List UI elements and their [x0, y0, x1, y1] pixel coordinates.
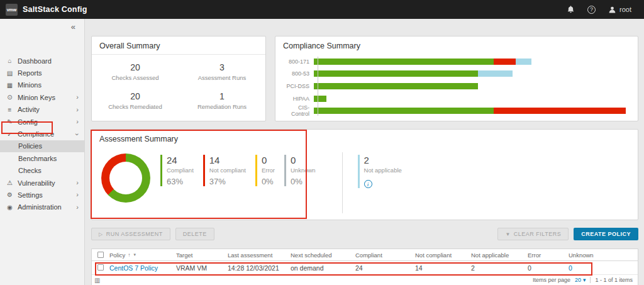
- stat-checks-remediated: 20 Checks Remediated: [92, 91, 179, 110]
- not-compliant-cell: 14: [415, 264, 471, 272]
- run-assessment-button[interactable]: ▷ RUN ASSESSMENT: [91, 228, 170, 240]
- sidebar-collapse-button[interactable]: «: [0, 19, 84, 34]
- pagination-range: 1 - 1 of 1 items: [595, 277, 633, 283]
- card-title: Compliance Summary: [275, 36, 638, 54]
- sidebar-item-checks[interactable]: Checks: [0, 165, 84, 177]
- bar-segment-not-compliant: [494, 59, 516, 65]
- column-label: Not compliant: [415, 252, 452, 259]
- clear-filters-button[interactable]: ▼ CLEAR FILTERS: [497, 228, 569, 240]
- sidebar-nav: ⌂Dashboard▤Reports▦Minions⊙Minion Keys›≡…: [0, 55, 84, 213]
- sidebar-item-benchmarks[interactable]: Benchmarks: [0, 152, 84, 164]
- sidebar-item-label: Benchmarks: [18, 155, 57, 162]
- bar-track: [314, 70, 629, 77]
- bar-row: 800-53: [283, 68, 629, 81]
- delete-button[interactable]: DELETE: [175, 228, 214, 240]
- column-header-not-applicable[interactable]: Not applicable: [471, 252, 528, 259]
- column-header-error[interactable]: Error: [528, 252, 569, 259]
- column-header-next-scheduled[interactable]: Next scheduled: [291, 252, 355, 259]
- vmware-logo: vmw: [6, 4, 18, 16]
- column-filter-icon[interactable]: ▼: [133, 253, 136, 257]
- run-icon: ▷: [99, 232, 103, 237]
- select-all-checkbox[interactable]: [97, 252, 104, 258]
- stat-percent: 0%: [291, 177, 316, 186]
- sidebar-item-label: Config: [18, 118, 38, 126]
- sidebar-item-minions[interactable]: ▦Minions: [0, 79, 84, 91]
- row-select-cell: [92, 264, 109, 272]
- topbar: vmw SaltStack Config ? root: [0, 0, 644, 19]
- sidebar-item-label: Administration: [18, 203, 62, 211]
- stat-assessment-runs: 3 Assessment Runs: [179, 62, 265, 81]
- bar-row: PCI-DSS: [283, 80, 629, 92]
- dashboard-icon: ⌂: [6, 57, 14, 64]
- sidebar-item-compliance[interactable]: ✓Compliance›: [0, 128, 84, 140]
- sidebar-item-dashboard[interactable]: ⌂Dashboard: [0, 55, 84, 67]
- info-icon[interactable]: i: [364, 180, 372, 188]
- sidebar-item-reports[interactable]: ▤Reports: [0, 67, 84, 79]
- bell-icon: [567, 5, 575, 14]
- table-header-row: Policy ↑ ▼ Target Last assessment Next s…: [92, 249, 638, 261]
- card-title: Assessment Summary: [92, 130, 638, 147]
- assessment-stat-compliant: 24Compliant63%: [160, 155, 194, 186]
- compliant-cell: 24: [355, 264, 415, 272]
- sidebar-item-label: Vulnerability: [18, 179, 55, 187]
- sidebar-item-config[interactable]: ✎Config›: [0, 116, 84, 128]
- sort-asc-icon[interactable]: ↑: [128, 252, 130, 258]
- sidebar-item-label: Reports: [18, 69, 42, 77]
- vulnerability-icon: ⚠: [6, 179, 14, 186]
- column-header-last-assessment[interactable]: Last assessment: [228, 252, 291, 259]
- column-label: Policy: [109, 252, 125, 259]
- policy-link[interactable]: CentOS 7 Policy: [109, 264, 176, 272]
- stat-percent: 0%: [262, 177, 275, 186]
- sidebar-item-minion-keys[interactable]: ⊙Minion Keys›: [0, 91, 84, 103]
- activity-icon: ≡: [6, 106, 14, 113]
- bar-track: [314, 83, 629, 89]
- settings-icon: ⚙: [6, 191, 14, 198]
- collapse-icon: «: [71, 22, 75, 31]
- sidebar-item-label: Checks: [18, 167, 42, 174]
- bar-segment-compliant: [314, 83, 478, 89]
- sidebar-item-label: Dashboard: [18, 57, 52, 65]
- assessment-stat-not-compliant: 14Not compliant37%: [203, 155, 246, 186]
- caret-down-icon: ▾: [583, 277, 586, 283]
- stat-label: Error: [262, 167, 275, 174]
- button-label: RUN ASSESSMENT: [106, 231, 163, 237]
- policies-table: Policy ↑ ▼ Target Last assessment Next s…: [91, 249, 638, 285]
- stat-value: 0: [262, 155, 275, 165]
- column-header-target[interactable]: Target: [176, 252, 228, 259]
- column-label: Error: [528, 252, 541, 259]
- row-checkbox[interactable]: [97, 264, 104, 271]
- sidebar-item-policies[interactable]: Policies: [0, 140, 84, 152]
- table-row[interactable]: CentOS 7 Policy VRAM VM 14:28 12/03/2021…: [92, 261, 638, 275]
- notifications-bell-icon[interactable]: [567, 5, 575, 14]
- bar-category-label: HIPAA: [283, 96, 314, 102]
- bar-segment-compliant: [314, 96, 326, 102]
- sidebar-item-settings[interactable]: ⚙Settings›: [0, 189, 84, 201]
- bar-track: [314, 108, 629, 114]
- column-header-unknown[interactable]: Unknown: [569, 252, 638, 259]
- overall-summary-card: Overall Summary 20 Checks Assessed 3 Ass…: [91, 36, 266, 121]
- create-policy-button[interactable]: CREATE POLICY: [574, 228, 638, 240]
- bar-category-label: CIS-Control: [283, 104, 314, 117]
- compliance-bar-chart: 800-171800-53PCI-DSSHIPAACIS-Control: [283, 55, 629, 117]
- unknown-link[interactable]: 0: [569, 264, 638, 272]
- stat-label: Assessment Runs: [179, 74, 265, 81]
- column-picker-icon[interactable]: ▥: [94, 277, 100, 284]
- assessment-stat-unknown: 0Unknown0%: [284, 155, 316, 186]
- chevron-right-icon: ›: [76, 94, 79, 101]
- column-header-not-compliant[interactable]: Not compliant: [415, 252, 471, 259]
- items-per-page-select[interactable]: 20 ▾: [575, 277, 586, 283]
- bar-segment-compliant: [314, 70, 478, 77]
- sidebar-item-administration[interactable]: ◉Administration›: [0, 201, 84, 213]
- next-scheduled-cell: on demand: [291, 264, 355, 272]
- help-icon[interactable]: ?: [587, 6, 596, 14]
- sidebar-item-activity[interactable]: ≡Activity›: [0, 104, 84, 116]
- button-label: CLEAR FILTERS: [514, 231, 561, 237]
- user-menu[interactable]: root: [608, 6, 631, 14]
- column-header-policy[interactable]: Policy ↑ ▼: [109, 252, 176, 259]
- card-title: Overall Summary: [92, 36, 265, 55]
- sidebar-item-vulnerability[interactable]: ⚠Vulnerability›: [0, 177, 84, 189]
- column-header-compliant[interactable]: Compliant: [355, 252, 415, 259]
- column-label: Unknown: [569, 252, 594, 259]
- stat-value: 0: [291, 155, 316, 165]
- question-mark-icon: ?: [587, 6, 596, 14]
